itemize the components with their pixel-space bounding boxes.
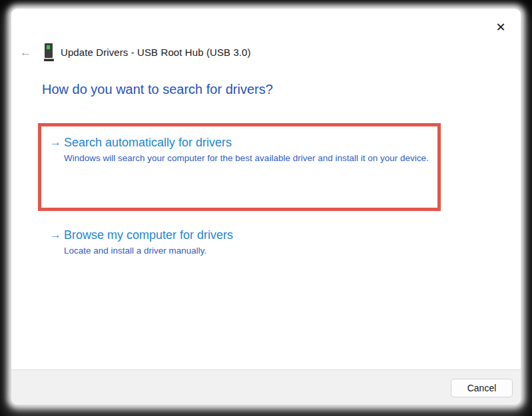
- window-title: Update Drivers - USB Root Hub (USB 3.0): [61, 47, 251, 58]
- usb-device-icon-led: [47, 45, 50, 49]
- close-icon[interactable]: ✕: [491, 18, 510, 37]
- usb-device-icon-base: [44, 59, 54, 61]
- right-arrow-icon: →: [50, 228, 64, 240]
- back-arrow-icon[interactable]: ←: [20, 47, 40, 58]
- annotation-highlight-box: → Search automatically for drivers Windo…: [38, 123, 441, 211]
- usb-device-icon: [44, 43, 54, 61]
- cancel-button[interactable]: Cancel: [451, 379, 513, 397]
- option-search-automatically-title[interactable]: Search automatically for drivers: [64, 135, 429, 150]
- dialog-header: ← Update Drivers - USB Root Hub (USB 3.0…: [20, 42, 251, 62]
- right-arrow-icon: →: [50, 135, 64, 148]
- update-drivers-dialog: ✕ ← Update Drivers - USB Root Hub (USB 3…: [11, 9, 521, 405]
- option-text: Search automatically for drivers Windows…: [64, 135, 429, 164]
- option-search-automatically[interactable]: → Search automatically for drivers Windo…: [50, 135, 433, 164]
- dialog-footer: Cancel: [11, 369, 521, 405]
- screenshot-backdrop: ✕ ← Update Drivers - USB Root Hub (USB 3…: [0, 0, 532, 416]
- page-title: How do you want to search for drivers?: [42, 82, 273, 97]
- option-text: Browse my computer for drivers Locate an…: [64, 228, 233, 257]
- option-browse-computer[interactable]: → Browse my computer for drivers Locate …: [50, 228, 436, 257]
- option-browse-computer-description: Locate and install a driver manually.: [64, 245, 233, 257]
- option-browse-computer-title[interactable]: Browse my computer for drivers: [64, 228, 233, 242]
- option-search-automatically-description: Windows will search your computer for th…: [64, 152, 429, 164]
